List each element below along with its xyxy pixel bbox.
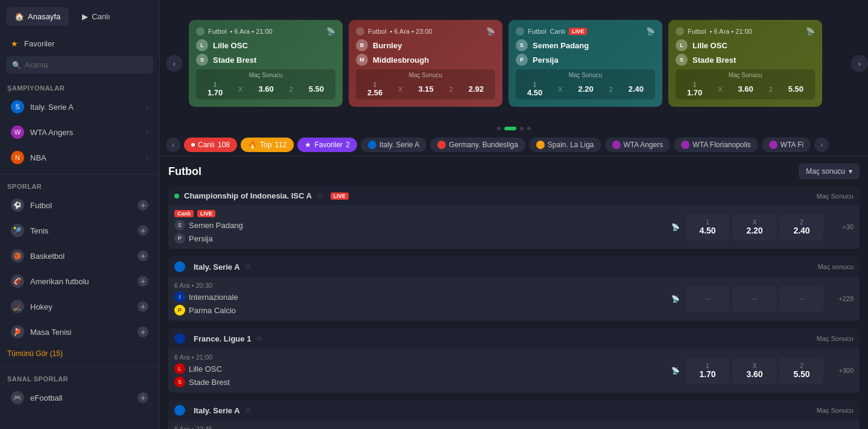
card-3-odd-x[interactable]: 2.20	[578, 84, 593, 94]
persija-logo: P	[174, 233, 185, 244]
featured-card-3[interactable]: Futbol Canlı LIVE 📡 S Semen Padang P Per…	[508, 20, 662, 107]
card-2-odds-label: Maç Sonucu	[361, 72, 490, 78]
card-4-team1-logo: L	[676, 39, 688, 51]
odd-box-3[interactable]: –	[686, 285, 729, 312]
filter-chip-la-liga[interactable]: Spain. La Liga	[529, 138, 601, 152]
amerikan-futbolu-add-btn[interactable]: +	[138, 276, 148, 287]
broadcast-icon: 📡	[671, 223, 680, 231]
dot-2[interactable]	[504, 127, 516, 130]
match-info-italy-2: 6 Ara • 22:45 A Atalanta M AC Milan	[174, 425, 665, 429]
filter-chip-canli[interactable]: Canlı 108	[184, 138, 237, 152]
filter-chip-wta-florianopolis[interactable]: WTA Florianopolis	[674, 138, 758, 152]
card-3-odd-2[interactable]: 2.40	[629, 84, 644, 94]
card-2-team1-name: Burnley	[373, 41, 402, 50]
card-1-odd-x[interactable]: 3.60	[258, 84, 273, 94]
card-2-odd-x[interactable]: 3.15	[418, 84, 433, 94]
card-4-odd-x[interactable]: 3.60	[738, 84, 753, 94]
sidebar-item-italy-serie-a[interactable]: S Italy. Serie A ›	[4, 95, 156, 119]
match-team2: P Persija	[174, 233, 665, 244]
odd-box-2[interactable]: 2 2.40	[780, 214, 823, 240]
card-4-odd-1[interactable]: 1 1.70	[687, 81, 702, 97]
filter-chip-italy-serie-a[interactable]: Italy. Serie A	[361, 138, 426, 152]
sporlar-title: Sporlar	[0, 178, 159, 192]
card-1-odd-1[interactable]: 1 1.70	[207, 81, 223, 97]
featured-card-1[interactable]: Futbol • 6 Ara • 21:00 📡 L Lille OSC S S…	[189, 20, 343, 107]
card-2-odd-1[interactable]: 1 2.56	[367, 81, 382, 97]
masa-tenisi-add-btn[interactable]: +	[138, 326, 148, 337]
dot-3[interactable]	[520, 127, 524, 130]
league-star-btn[interactable]: ☆	[317, 192, 323, 200]
odd-box-x[interactable]: X 2.20	[733, 214, 776, 240]
odd-box-1[interactable]: 1 4.50	[686, 214, 729, 240]
odd-box-7[interactable]: X 3.60	[733, 357, 776, 384]
futbol-add-btn[interactable]: +	[138, 200, 148, 211]
sidebar-item-masa-tenisi[interactable]: 🏓 Masa Tenisi +	[4, 320, 156, 344]
featured-prev-btn[interactable]: ‹	[166, 55, 183, 72]
tenis-add-btn[interactable]: +	[138, 225, 148, 236]
dot-4[interactable]	[527, 127, 531, 130]
card-2-odd-2[interactable]: 2.92	[469, 84, 484, 94]
card-4-team2-logo: S	[676, 54, 688, 66]
odd-box-5[interactable]: –	[780, 285, 823, 312]
odds-type-dropdown[interactable]: Maç sonucu ▾	[799, 164, 860, 179]
sidebar-item-wta-angers[interactable]: W WTA Angers ›	[4, 120, 156, 144]
card-3-sport: Futbol	[528, 28, 546, 35]
efootball-add-btn[interactable]: +	[138, 392, 148, 403]
odd-box-8[interactable]: 2 5.50	[780, 357, 823, 384]
sidebar-item-tenis[interactable]: 🎾 Tenis +	[4, 218, 156, 243]
featured-card-4[interactable]: Futbol • 6 Ara • 21:00 📡 L Lille OSC S S…	[668, 20, 822, 107]
italy-filter-icon	[368, 141, 376, 149]
card-1-teams: L Lille OSC S Stade Brest	[196, 39, 335, 66]
filter-next-btn[interactable]: ›	[814, 138, 829, 152]
filter-chip-wta-fi[interactable]: WTA Fi	[762, 138, 811, 152]
card-4-date: • 6 Ara • 21:00	[710, 28, 752, 35]
featured-next-btn[interactable]: ›	[851, 55, 868, 72]
filter-prev-btn[interactable]: ‹	[166, 138, 180, 152]
card-3-odd-1[interactable]: 1 4.50	[527, 81, 542, 97]
basketbol-add-btn[interactable]: +	[138, 250, 148, 261]
odd-box-4[interactable]: –	[733, 285, 776, 312]
masa-tenisi-icon: 🏓	[11, 325, 24, 338]
card-4-team2: S Stade Brest	[676, 54, 815, 66]
sidebar-item-hokey[interactable]: 🏒 Hokey +	[4, 294, 156, 319]
sidebar-item-futbol[interactable]: ⚽ Futbol +	[4, 193, 156, 217]
card-4-odd-2[interactable]: 5.50	[788, 84, 803, 94]
hokey-add-btn[interactable]: +	[138, 301, 148, 312]
sidebar-item-nba[interactable]: N NBA ›	[4, 145, 156, 170]
filter-chip-wta-angers[interactable]: WTA Angers	[605, 138, 671, 152]
league-star-btn-2[interactable]: ☆	[245, 262, 252, 271]
wta-flor-filter-icon	[681, 141, 689, 149]
star-fav-icon: ★	[305, 141, 311, 149]
league-star-btn-4[interactable]: ☆	[245, 406, 252, 415]
dot-1[interactable]	[497, 127, 501, 130]
card-1-odd-2[interactable]: 5.50	[309, 84, 324, 94]
more-odds-3[interactable]: +300	[829, 367, 854, 374]
odd-box-6[interactable]: 1 1.70	[686, 357, 729, 384]
featured-card-2[interactable]: Futbol • 6 Ara • 23:00 📡 B Burnley M Mid…	[349, 20, 502, 107]
card-4-footer: Maç Sonucu 1 1.70 X 3.60 2 5.50	[676, 69, 815, 100]
nav-anasayfa[interactable]: 🏠 Anasayfa	[6, 7, 69, 26]
tumunu-gor[interactable]: Tümünü Gör (15)	[0, 345, 159, 363]
sidebar-item-amerikan-futbolu[interactable]: 🏈 Amerikan futbolu +	[4, 269, 156, 293]
filter-chip-bundesliga[interactable]: Germany. Bundesliga	[430, 138, 525, 152]
more-odds-2[interactable]: +229	[829, 295, 854, 302]
section-header-italy-2: Italy. Serie A ☆ Maç Sonucu	[168, 400, 860, 421]
nba-label: NBA	[30, 153, 146, 162]
sidebar-item-basketbol[interactable]: 🏀 Basketbol +	[4, 244, 156, 268]
chevron-right-icon-3: ›	[146, 154, 148, 161]
filter-wta-fi-label: WTA Fi	[781, 141, 803, 149]
more-odds-1[interactable]: +30	[829, 223, 854, 230]
italy-serie-a-label: Italy. Serie A	[30, 103, 146, 112]
card-1-team1: L Lille OSC	[196, 39, 335, 51]
match-time-2: 6 Ara • 20:30	[174, 282, 665, 289]
league-star-btn-3[interactable]: ☆	[256, 334, 262, 343]
sidebar-favoriler[interactable]: ★ Favoriler	[4, 34, 156, 54]
card-4-broadcast-icon: 📡	[806, 27, 815, 36]
sidebar-item-efootball[interactable]: 🎮 eFootball +	[4, 386, 156, 410]
search-input[interactable]	[25, 60, 147, 69]
nav-canli[interactable]: ▶ Canlı	[74, 7, 118, 26]
filter-chip-favoriler[interactable]: ★ Favoriler 2	[297, 138, 356, 152]
filter-chip-top[interactable]: 🔥 Top 112	[241, 138, 294, 152]
col-header-italy-2: Maç Sonucu	[817, 407, 854, 414]
filter-bar: ‹ Canlı 108 🔥 Top 112 ★ Favoriler 2 Ital…	[160, 134, 868, 156]
